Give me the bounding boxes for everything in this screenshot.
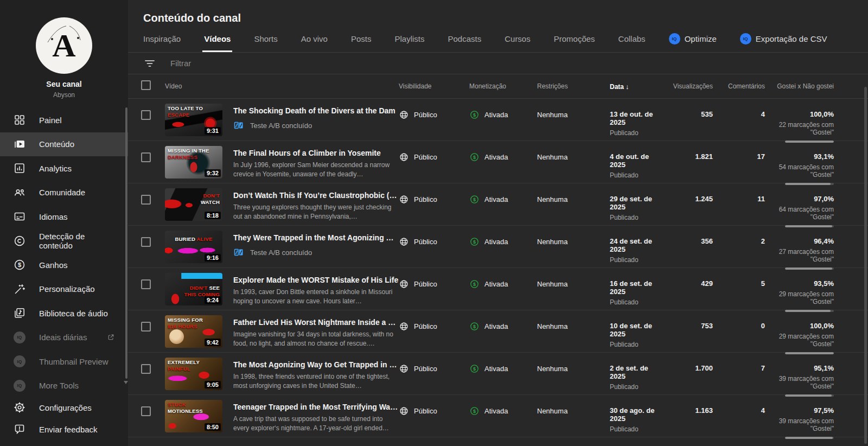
sidebar-item-label: Enviar feedback [39, 425, 98, 434]
monetization-cell[interactable]: $ Ativada [469, 226, 537, 247]
video-title[interactable]: They Were Trapped in the Most Agonizing … [233, 233, 399, 242]
restrictions-cell[interactable]: Nenhuma [537, 353, 610, 373]
table-row[interactable]: DON’TWATCH 8:18 Don’t Watch This If You’… [128, 183, 868, 226]
video-title[interactable]: The Shocking Death of the Divers at the … [233, 106, 395, 115]
filter-icon[interactable] [143, 57, 156, 70]
main-scrollbar[interactable] [864, 87, 867, 444]
column-header-views[interactable]: Visualizações [664, 82, 713, 90]
column-header-visibility[interactable]: Visibilidade [399, 82, 469, 90]
monetization-cell[interactable]: $ Ativada [469, 183, 537, 205]
tab-ao-vivo[interactable]: Ao vivo [301, 25, 328, 52]
sidebar-item-enviar-feedback[interactable]: Enviar feedback [0, 417, 128, 442]
video-title[interactable]: Father Lived His Worst Nightmare Inside … [233, 318, 399, 327]
video-thumbnail[interactable]: MISSING IN THEDARKNESS 9:32 [165, 146, 222, 179]
table-row[interactable]: MISSING FOR816 HOURS 9:42 Father Lived H… [128, 310, 868, 353]
video-thumbnail[interactable]: MISSING FOR816 HOURS 9:42 [165, 315, 222, 348]
video-title[interactable]: The Most Agonizing Way to Get Trapped in… [233, 360, 399, 369]
video-thumbnail[interactable]: TOO LATE TO ESCAPE 9:31 [165, 104, 222, 136]
sidebar-item-biblioteca-audio[interactable]: Biblioteca de áudio [0, 301, 128, 326]
column-header-video[interactable]: Vídeo [165, 82, 399, 90]
row-checkbox[interactable] [141, 110, 151, 120]
tab-exportacao-csv[interactable]: Exportação de CSV [740, 25, 827, 52]
video-title[interactable]: The Final Hours of a Climber in Yosemite [233, 149, 399, 157]
filter-input[interactable] [170, 59, 387, 68]
restrictions-cell[interactable]: Nenhuma [537, 310, 610, 330]
row-checkbox[interactable] [141, 364, 151, 374]
row-checkbox[interactable] [141, 152, 151, 162]
row-checkbox[interactable] [141, 195, 151, 205]
row-checkbox[interactable] [141, 406, 151, 416]
sidebar-item-conteudo[interactable]: Conteúdo [0, 132, 128, 157]
table-row[interactable]: MISSING IN THEDARKNESS 9:32 The Final Ho… [128, 141, 868, 183]
sidebar-item-configuracoes[interactable]: Configurações [0, 398, 128, 417]
restrictions-cell[interactable]: Nenhuma [537, 141, 610, 161]
table-row[interactable]: EXTREMELYPAINFUL 9:05 The Most Agonizing… [128, 353, 868, 395]
sidebar-item-ideais-diarias[interactable]: Ideais diárias [0, 326, 128, 350]
visibility-cell[interactable]: Público [399, 310, 469, 332]
sidebar-item-painel[interactable]: Painel [0, 108, 128, 132]
row-checkbox[interactable] [141, 279, 151, 289]
settings-icon [13, 401, 26, 414]
like-percentage: 97,5% [765, 406, 834, 415]
sidebar-scroll-down-arrow[interactable] [124, 381, 128, 384]
monetization-cell[interactable]: $ Ativada [469, 268, 537, 289]
visibility-cell[interactable]: Público [399, 99, 469, 120]
row-checkbox[interactable] [141, 322, 151, 332]
column-header-monetization[interactable]: Monetização [469, 82, 537, 90]
tab-videos[interactable]: Vídeos [204, 25, 231, 52]
table-row[interactable]: DIDN’T SEETHIS COMING 9:24 Explorer Made… [128, 268, 868, 310]
visibility-cell[interactable]: Público [399, 353, 469, 374]
tab-collabs[interactable]: Collabs [618, 25, 646, 52]
monetization-cell[interactable]: $ Ativada [469, 353, 537, 374]
sidebar-item-thumbnail-preview[interactable]: Thumbnail Preview [0, 349, 128, 374]
visibility-cell[interactable]: Público [399, 183, 469, 205]
sidebar-item-idiomas[interactable]: Idiomas [0, 205, 128, 229]
tab-promocoes[interactable]: Promoções [554, 25, 595, 52]
visibility-cell[interactable]: Público [399, 141, 469, 162]
tab-shorts[interactable]: Shorts [254, 25, 277, 52]
sidebar-item-ganhos[interactable]: $ Ganhos [0, 253, 128, 277]
sidebar-item-comunidade[interactable]: Comunidade [0, 181, 128, 205]
table-row[interactable]: BURIED ALIVE 9:16 They Were Trapped in t… [128, 226, 868, 268]
restrictions-cell[interactable]: Nenhuma [537, 395, 610, 415]
sidebar-item-analytics[interactable]: Analytics [0, 156, 128, 181]
video-thumbnail[interactable]: EXTREMELYPAINFUL 9:05 [165, 358, 222, 390]
column-header-restrictions[interactable]: Restrições [537, 82, 610, 90]
monetization-cell[interactable]: $ Ativada [469, 141, 537, 162]
tab-podcasts[interactable]: Podcasts [448, 25, 482, 52]
avatar[interactable]: A [36, 17, 92, 74]
tab-inspiracao[interactable]: Inspiração [143, 25, 181, 52]
restrictions-cell[interactable]: Nenhuma [537, 226, 610, 246]
video-thumbnail[interactable]: DIDN’T SEETHIS COMING 9:24 [165, 273, 222, 305]
restrictions-cell[interactable]: Nenhuma [537, 268, 610, 288]
table-row[interactable]: TOO LATE TO ESCAPE 9:31 The Shocking Dea… [128, 99, 868, 141]
video-title[interactable]: Explorer Made the WORST Mistake of His L… [233, 276, 399, 284]
sidebar-item-personalizacao[interactable]: Personalização [0, 277, 128, 302]
column-header-date[interactable]: Data↓ [610, 82, 664, 91]
monetization-cell[interactable]: $ Ativada [469, 310, 537, 332]
video-title[interactable]: Teenager Trapped in the Most Terrifying … [233, 403, 399, 411]
video-thumbnail[interactable]: STUCKMOTIONLESS 8:50 [165, 400, 222, 432]
select-all-checkbox[interactable] [141, 80, 151, 90]
video-thumbnail[interactable]: DON’TWATCH 8:18 [165, 188, 222, 221]
tab-optimize[interactable]: Optimize [669, 25, 717, 52]
table-row[interactable]: STUCKMOTIONLESS 8:50 Teenager Trapped in… [128, 395, 868, 437]
visibility-cell[interactable]: Público [399, 226, 469, 247]
tab-posts[interactable]: Posts [351, 25, 372, 52]
monetization-cell[interactable]: $ Ativada [469, 99, 537, 120]
tab-cursos[interactable]: Cursos [505, 25, 531, 52]
sidebar-item-deteccao[interactable]: Detecção de conteúdo [0, 229, 128, 253]
visibility-cell[interactable]: Público [399, 395, 469, 416]
column-header-comments[interactable]: Comentários [713, 82, 765, 90]
restrictions-cell[interactable]: Nenhuma [537, 99, 610, 119]
video-thumbnail[interactable]: BURIED ALIVE 9:16 [165, 231, 222, 263]
monetization-cell[interactable]: $ Ativada [469, 395, 537, 416]
video-title[interactable]: Don’t Watch This If You’re Claustrophobi… [233, 191, 399, 200]
restrictions-cell[interactable]: Nenhuma [537, 183, 610, 203]
row-checkbox[interactable] [141, 237, 151, 247]
sidebar-scrollbar[interactable] [125, 107, 127, 379]
visibility-cell[interactable]: Público [399, 268, 469, 289]
tab-playlists[interactable]: Playlists [394, 25, 424, 52]
column-header-likes[interactable]: Gostei x Não gostei [765, 82, 834, 90]
sidebar-item-more-tools[interactable]: More Tools [0, 374, 128, 398]
